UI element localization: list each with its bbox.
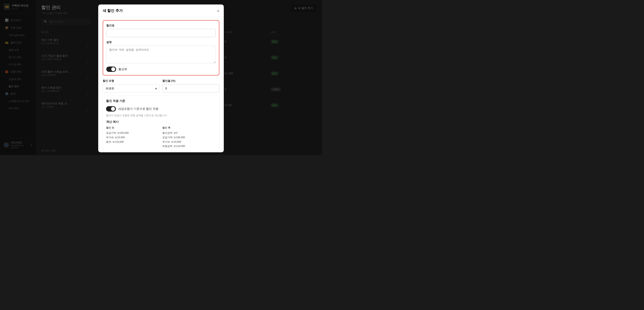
type-col: 할인 유형 퍼센트 고정금액 ▾	[103, 79, 160, 92]
discount-name-input[interactable]	[106, 29, 216, 37]
modal-title: 새 할인 추가	[103, 8, 123, 13]
tax-toggle-slider	[106, 106, 116, 112]
tax-toggle-label: 세금포함가 기준으로 할인 적용	[118, 107, 158, 111]
calc-line: 합계: ₩110,000	[106, 140, 160, 144]
type-label: 할인 유형	[103, 79, 160, 83]
tax-toggle-row: 세금포함가 기준으로 할인 적용	[106, 106, 216, 112]
calc-before: 할인 전 공급가액: ₩100,000부가세: ₩10,000합계: ₩110,…	[106, 126, 160, 148]
type-select-wrap: 퍼센트 고정금액 ▾	[103, 84, 160, 92]
modal-header: 새 할인 추가 ×	[98, 4, 224, 16]
calc-line: 부가세: ₩10,000	[162, 140, 216, 144]
rate-label: 할인율 (%)	[162, 79, 219, 83]
primary-fields-section: 할인명 설명 활성화	[103, 20, 219, 75]
add-discount-modal: 새 할인 추가 × 할인명 설명 활성화	[98, 4, 224, 152]
calc-line: 공급가액: ₩100,000	[106, 131, 160, 135]
apply-criteria-section: 할인 적용 기준 세금포함가 기준으로 할인 적용 할인이 세금이 포함된 최종…	[103, 96, 219, 152]
activate-label: 활성화	[118, 67, 127, 71]
activate-toggle-row: 활성화	[106, 66, 216, 72]
calc-example: 계산 예시 할인 전 공급가액: ₩100,000부가세: ₩10,000합계:…	[106, 120, 216, 148]
type-rate-row: 할인 유형 퍼센트 고정금액 ▾ 할인율 (%)	[103, 79, 219, 92]
modal-overlay: 새 할인 추가 × 할인명 설명 활성화	[0, 0, 322, 155]
desc-textarea[interactable]	[106, 45, 216, 63]
activate-toggle[interactable]	[106, 66, 116, 72]
calc-line: 부가세: ₩10,000	[106, 135, 160, 140]
discount-rate-input[interactable]	[162, 84, 219, 92]
modal-body: 할인명 설명 활성화 할인 유형	[98, 16, 224, 152]
calc-line: 할인금액: ₩0	[162, 131, 216, 135]
calc-after-title: 할인 후	[162, 126, 216, 129]
discount-type-select[interactable]: 퍼센트 고정금액	[103, 84, 160, 92]
apply-desc: 할인이 세금이 포함된 최종 금액을 기준으로 계산됩니다.	[106, 114, 216, 117]
toggle-slider	[106, 66, 116, 72]
tax-toggle[interactable]	[106, 106, 116, 112]
close-button[interactable]: ×	[217, 9, 219, 13]
calc-line: 최종금액: ₩110,000	[162, 144, 216, 148]
calc-title: 계산 예시	[106, 120, 216, 124]
desc-label: 설명	[106, 40, 216, 44]
name-label: 할인명	[106, 24, 216, 27]
calc-line: 공급가액: ₩100,000	[162, 135, 216, 140]
calc-before-title: 할인 전	[106, 126, 160, 129]
calc-after: 할인 후 할인금액: ₩0공급가액: ₩100,000부가세: ₩10,000최…	[162, 126, 216, 148]
apply-section-title: 할인 적용 기준	[106, 99, 216, 103]
calc-grid: 할인 전 공급가액: ₩100,000부가세: ₩10,000합계: ₩110,…	[106, 126, 216, 148]
rate-col: 할인율 (%)	[162, 79, 219, 92]
